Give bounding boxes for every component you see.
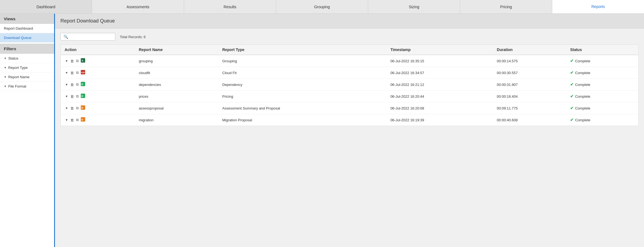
report-type-cell: Cloud Fit <box>218 67 387 79</box>
search-box[interactable]: 🔍 <box>60 33 115 41</box>
duration-cell: 00:09:11.775 <box>493 102 566 114</box>
status-label: Complete <box>575 59 590 63</box>
copy-icon[interactable]: ⧉ <box>76 58 79 64</box>
file-icon[interactable]: X <box>80 58 86 64</box>
delete-icon[interactable]: 🗑 <box>70 94 74 99</box>
status-label: Complete <box>575 94 590 99</box>
svg-text:PDF: PDF <box>81 72 85 74</box>
duration-cell: 00:00:18.404 <box>493 91 566 102</box>
report-name-cell: prices <box>135 91 218 102</box>
report-type-cell: Grouping <box>218 55 387 67</box>
table-row: ▼ 🗑 ⧉ D dependencies Dependency 06-Jul-2… <box>61 79 639 91</box>
copy-icon[interactable]: ⧉ <box>76 82 79 87</box>
col-report-name: Report Name <box>135 45 218 55</box>
status-cell: ✔ Complete <box>566 91 638 102</box>
delete-icon[interactable]: 🗑 <box>70 117 74 123</box>
action-cell: ▼ 🗑 ⧉ X <box>61 55 135 67</box>
views-header: Views <box>0 14 54 24</box>
chevron-down-icon: ▼ <box>4 85 7 88</box>
table-row: ▼ 🗑 ⧉ X grouping Grouping 06-Jul-2022 16… <box>61 55 639 67</box>
sidebar-item-report-dashboard[interactable]: Report Dashboard <box>0 24 54 33</box>
col-status: Status <box>566 45 638 55</box>
report-type-cell: Dependency <box>218 79 387 91</box>
col-action: Action <box>61 45 135 55</box>
filter-report-type[interactable]: ▼ Report Type <box>0 63 54 72</box>
copy-icon[interactable]: ⧉ <box>76 94 79 99</box>
filter-status[interactable]: ▼ Status <box>0 54 54 63</box>
chevron-down-icon[interactable]: ▼ <box>65 106 69 110</box>
duration-cell: 00:00:40.608 <box>493 114 566 126</box>
filter-file-format[interactable]: ▼ File Format <box>0 82 54 91</box>
filters-header: Filters <box>0 44 54 54</box>
file-icon[interactable]: D <box>80 81 86 88</box>
delete-icon[interactable]: 🗑 <box>70 58 74 64</box>
delete-icon[interactable]: 🗑 <box>70 70 74 75</box>
tab-reports[interactable]: Reports <box>552 0 644 13</box>
copy-icon[interactable]: ⧉ <box>76 70 79 75</box>
duration-cell: 00:00:31.907 <box>493 79 566 91</box>
status-cell: ✔ Complete <box>566 79 638 91</box>
report-type-cell: Migration Proposal <box>218 114 387 126</box>
status-cell: ✔ Complete <box>566 67 638 79</box>
table-row: ▼ 🗑 ⧉ D prices Pricing 06-Jul-2022 16:20… <box>61 91 639 102</box>
chevron-down-icon[interactable]: ▼ <box>65 94 69 99</box>
duration-cell: 00:00:14.575 <box>493 55 566 67</box>
report-name-cell: cloudfit <box>135 67 218 79</box>
svg-text:D: D <box>81 106 83 109</box>
copy-icon[interactable]: ⧉ <box>76 105 79 111</box>
delete-icon[interactable]: 🗑 <box>70 82 74 87</box>
svg-text:X: X <box>82 59 83 62</box>
filter-report-name[interactable]: ▼ Report Name <box>0 72 54 82</box>
tab-sizing[interactable]: Sizing <box>368 0 460 13</box>
complete-check-icon: ✔ <box>570 117 574 122</box>
tab-grouping[interactable]: Grouping <box>276 0 368 13</box>
search-input[interactable] <box>70 35 112 39</box>
tab-dashboard[interactable]: Dashboard <box>0 0 92 13</box>
timestamp-cell: 06-Jul-2022 16:35:15 <box>387 55 493 67</box>
file-icon[interactable]: D <box>80 117 86 123</box>
file-icon[interactable]: D <box>80 93 86 100</box>
sidebar-item-download-queue[interactable]: Download Queue <box>0 33 54 43</box>
tab-results[interactable]: Results <box>184 0 276 13</box>
sidebar: Views Report Dashboard Download Queue Fi… <box>0 14 55 247</box>
total-records-label: Total Records: 6 <box>120 35 146 39</box>
complete-check-icon: ✔ <box>570 70 574 75</box>
search-row: 🔍 Total Records: 6 <box>60 33 639 41</box>
svg-text:D: D <box>81 118 83 121</box>
top-navigation: Dashboard Assessments Results Grouping S… <box>0 0 644 14</box>
file-icon[interactable]: PDF <box>80 69 86 76</box>
chevron-down-icon[interactable]: ▼ <box>65 71 69 75</box>
search-icon: 🔍 <box>63 35 68 39</box>
action-cell: ▼ 🗑 ⧉ PDF <box>61 67 135 79</box>
timestamp-cell: 06-Jul-2022 16:21:12 <box>387 79 493 91</box>
status-cell: ✔ Complete <box>566 55 638 67</box>
timestamp-cell: 06-Jul-2022 16:20:44 <box>387 91 493 102</box>
tab-pricing[interactable]: Pricing <box>460 0 552 13</box>
chevron-down-icon: ▼ <box>4 57 7 60</box>
chevron-down-icon[interactable]: ▼ <box>65 59 69 63</box>
table-row: ▼ 🗑 ⧉ D assessproposal Assessment Summar… <box>61 102 639 114</box>
chevron-down-icon[interactable]: ▼ <box>65 118 69 122</box>
report-table: Action Report Name Report Type Timestamp… <box>60 44 639 126</box>
report-name-cell: dependencies <box>135 79 218 91</box>
timestamp-cell: 06-Jul-2022 16:19:39 <box>387 114 493 126</box>
action-cell: ▼ 🗑 ⧉ D <box>61 102 135 114</box>
file-icon[interactable]: D <box>80 105 86 111</box>
copy-icon[interactable]: ⧉ <box>76 117 79 123</box>
complete-check-icon: ✔ <box>570 94 574 99</box>
col-report-type: Report Type <box>218 45 387 55</box>
status-label: Complete <box>575 83 590 87</box>
delete-icon[interactable]: 🗑 <box>70 106 74 111</box>
timestamp-cell: 06-Jul-2022 16:34:57 <box>387 67 493 79</box>
chevron-down-icon: ▼ <box>4 75 7 78</box>
report-name-cell: assessproposal <box>135 102 218 114</box>
chevron-down-icon[interactable]: ▼ <box>65 82 69 87</box>
complete-check-icon: ✔ <box>570 82 574 87</box>
status-cell: ✔ Complete <box>566 114 638 126</box>
content-title: Report Download Queue <box>55 14 644 29</box>
table-header: Action Report Name Report Type Timestamp… <box>61 45 639 55</box>
report-type-cell: Assessment Summary and Proposal <box>218 102 387 114</box>
status-label: Complete <box>575 118 590 122</box>
tab-assessments[interactable]: Assessments <box>92 0 184 13</box>
report-name-cell: grouping <box>135 55 218 67</box>
